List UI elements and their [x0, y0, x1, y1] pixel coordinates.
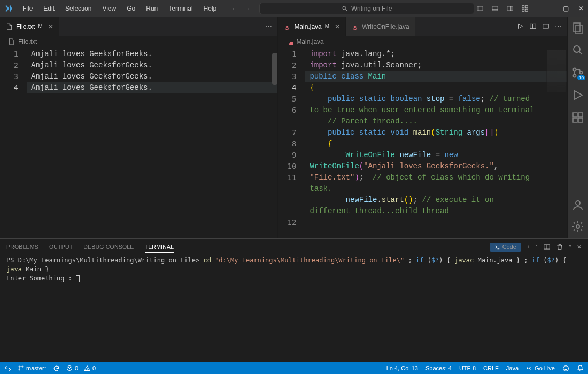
terminal-dropdown-icon[interactable]: ˅ [535, 244, 538, 250]
maximize-panel-icon[interactable]: ^ [569, 244, 571, 250]
feedback-icon [562, 365, 569, 372]
menu-run[interactable]: Run [142, 3, 162, 14]
branch-icon [18, 365, 24, 371]
nav-back-icon[interactable]: ← [231, 5, 238, 12]
svg-point-20 [574, 68, 576, 71]
more-actions-icon[interactable]: ⋯ [265, 22, 272, 30]
layout-panel-icon[interactable] [491, 5, 499, 12]
left-editor-body[interactable]: 1 2 3 4 Anjali loves GeeksforGeeks. Anja… [0, 48, 277, 238]
code-line: public static boolean stop = false; // t… [310, 94, 567, 116]
search-icon[interactable] [571, 44, 584, 57]
tab-writeonfile-java[interactable]: WriteOnFile.java [346, 17, 415, 36]
account-icon[interactable] [571, 199, 584, 212]
svg-rect-8 [522, 6, 524, 8]
warning-icon [84, 365, 90, 371]
code-line: public static void main(String args[]) [310, 127, 567, 138]
code-line: // Parent thread.... [310, 116, 567, 127]
terminal-line: Enter Something : [6, 274, 582, 283]
run-icon[interactable] [516, 22, 524, 30]
close-icon[interactable]: ✕ [578, 5, 584, 12]
diff-icon[interactable] [542, 22, 550, 30]
svg-rect-24 [578, 113, 583, 117]
minimize-icon[interactable]: — [547, 5, 553, 12]
new-terminal-icon[interactable]: + [527, 244, 530, 250]
terminal-profile-select[interactable]: Code [490, 243, 521, 252]
left-breadcrumb[interactable]: File.txt [0, 36, 277, 48]
code-line: { [310, 82, 567, 94]
left-editor: File.txt M ✕ ⋯ File.txt 1 2 3 4 [0, 17, 278, 238]
status-notifications[interactable] [577, 365, 584, 372]
breadcrumb-text: Main.java [296, 38, 323, 45]
menu-edit[interactable]: Edit [39, 3, 59, 14]
tab-main-java[interactable]: Main.java M ✕ [278, 17, 346, 36]
panel-tab-debug[interactable]: DEBUG CONSOLE [83, 241, 134, 252]
split-editor-icon[interactable] [529, 22, 537, 30]
svg-rect-23 [573, 113, 577, 117]
left-code[interactable]: Anjali loves GeeksforGeeks. Anjali loves… [27, 48, 277, 238]
status-golive[interactable]: Go Live [526, 365, 555, 372]
layout-sidebar-right-icon[interactable] [506, 5, 514, 12]
svg-line-19 [579, 52, 583, 55]
menu-file[interactable]: File [18, 3, 37, 14]
svg-rect-4 [492, 6, 498, 11]
panel-tab-terminal[interactable]: TERMINAL [145, 241, 174, 253]
status-remote[interactable] [4, 365, 11, 372]
menu-help[interactable]: Help [199, 3, 221, 14]
menu-go[interactable]: Go [122, 3, 140, 14]
right-code[interactable]: import java.lang.*; import java.util.Sca… [305, 48, 567, 238]
svg-rect-10 [522, 9, 524, 11]
sync-icon [53, 365, 60, 372]
status-bar: master* 0 0 Ln 4, Col 13 Spaces: 4 UTF-8… [0, 362, 588, 374]
split-terminal-icon[interactable] [543, 243, 551, 251]
tab-close-icon[interactable]: ✕ [335, 23, 340, 30]
menu-view[interactable]: View [98, 3, 120, 14]
settings-icon[interactable] [571, 220, 584, 233]
status-sync[interactable] [53, 365, 60, 372]
command-center[interactable]: Writing on File [259, 3, 474, 14]
nav-forward-icon[interactable]: → [244, 5, 251, 12]
tab-close-icon[interactable]: ✕ [48, 23, 53, 30]
status-language[interactable]: Java [506, 365, 519, 372]
kill-terminal-icon[interactable] [556, 243, 563, 251]
right-breadcrumb[interactable]: Main.java [278, 36, 567, 48]
close-panel-icon[interactable]: ✕ [577, 244, 582, 250]
more-actions-icon[interactable]: ⋯ [555, 22, 562, 30]
customize-layout-icon[interactable] [521, 5, 529, 12]
svg-point-28 [576, 225, 579, 228]
title-bar: File Edit Selection View Go Run Terminal… [0, 0, 588, 17]
status-feedback[interactable] [562, 365, 569, 372]
panel-tab-problems[interactable]: PROBLEMS [6, 241, 38, 252]
search-icon [342, 5, 348, 12]
maximize-icon[interactable]: ▢ [563, 5, 569, 12]
extensions-icon[interactable] [571, 111, 584, 124]
svg-point-32 [19, 369, 20, 370]
tab-label: File.txt [16, 23, 35, 30]
svg-point-31 [19, 366, 20, 367]
status-branch[interactable]: master* [18, 365, 47, 371]
panel-tab-output[interactable]: OUTPUT [49, 241, 73, 252]
menu-selection[interactable]: Selection [61, 3, 96, 14]
explorer-icon[interactable] [571, 21, 584, 34]
layout-sidebar-left-icon[interactable] [476, 5, 484, 12]
svg-rect-12 [530, 24, 533, 28]
status-encoding[interactable]: UTF-8 [459, 365, 476, 372]
right-editor-body[interactable]: 1 2 3 4 5 6 7 8 9 10 11 12 13 import jav… [278, 48, 567, 238]
activity-bar: 10 [568, 17, 588, 238]
svg-rect-17 [576, 25, 582, 34]
scrollbar-thumb[interactable] [272, 53, 277, 85]
minimap[interactable] [546, 48, 567, 238]
terminal-icon [494, 244, 500, 250]
svg-point-27 [576, 201, 580, 205]
status-position[interactable]: Ln 4, Col 13 [386, 365, 418, 372]
status-errors[interactable]: 0 0 [66, 365, 96, 371]
status-eol[interactable]: CRLF [483, 365, 499, 372]
source-control-icon[interactable]: 10 [571, 66, 584, 79]
terminal-body[interactable]: PS D:\My Learnings\Multithreading\Writin… [0, 255, 588, 362]
svg-rect-2 [477, 6, 483, 11]
run-debug-icon[interactable] [571, 89, 584, 102]
menu-terminal[interactable]: Terminal [164, 3, 197, 14]
status-spaces[interactable]: Spaces: 4 [425, 365, 452, 372]
svg-point-15 [289, 42, 293, 45]
tab-file-txt[interactable]: File.txt M ✕ [0, 17, 59, 36]
right-gutter: 1 2 3 4 5 6 7 8 9 10 11 12 13 [278, 48, 305, 238]
